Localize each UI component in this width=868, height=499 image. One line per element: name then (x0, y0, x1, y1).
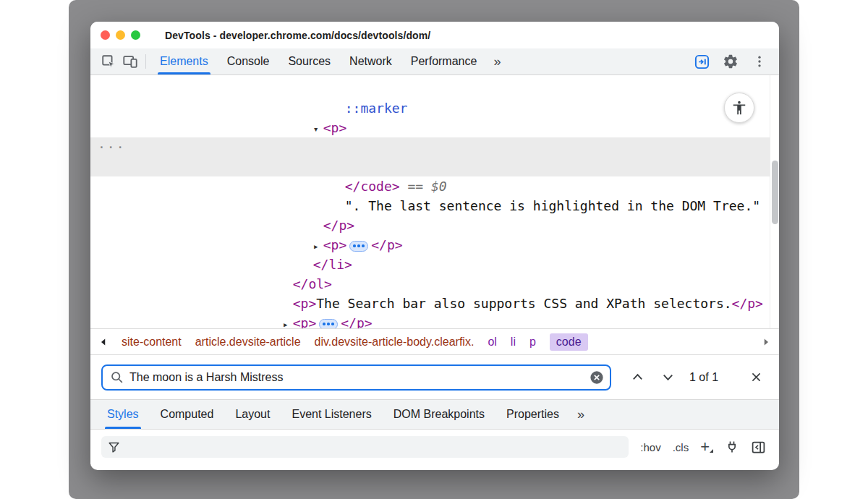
search-result-count: 1 of 1 (689, 371, 718, 384)
dom-tree-panel: ::marker ▾<p> "Type " ···<code translate… (90, 75, 779, 328)
accessibility-icon[interactable] (724, 93, 754, 123)
styles-filter-input[interactable] (126, 441, 622, 453)
sidebar-toggle-icon[interactable] (751, 440, 766, 455)
breadcrumb-item-selected[interactable]: code (550, 333, 588, 351)
tab-layout[interactable]: Layout (224, 400, 281, 429)
more-tabs-icon[interactable]: » (486, 48, 508, 74)
dock-side-icon[interactable] (691, 51, 712, 72)
zoom-window-button[interactable] (131, 30, 140, 40)
styles-filter-bar: :hov .cls + (90, 430, 779, 464)
more-options-kebab-icon[interactable] (749, 51, 770, 72)
breadcrumb-item[interactable]: site-content (122, 336, 182, 349)
toolbar-divider (145, 54, 146, 69)
dom-row-li-close[interactable]: </li> (90, 235, 779, 255)
tab-computed[interactable]: Computed (150, 400, 225, 429)
dom-row-p-search[interactable]: <p>The Search bar also supports CSS and … (90, 274, 779, 294)
tab-console[interactable]: Console (218, 48, 279, 74)
breadcrumb-item[interactable]: p (529, 336, 536, 349)
window-title: DevTools - developer.chrome.com/docs/dev… (165, 30, 430, 41)
plug-icon[interactable] (725, 440, 739, 454)
tab-event-listeners[interactable]: Event Listeners (281, 400, 382, 429)
device-toolbar-icon[interactable] (119, 51, 141, 72)
tab-elements[interactable]: Elements (150, 48, 218, 74)
tab-network[interactable]: Network (340, 48, 401, 74)
dom-row-ol-close[interactable]: </ol> (90, 255, 779, 274)
tab-styles[interactable]: Styles (96, 400, 150, 429)
breadcrumb-item[interactable]: ol (488, 336, 496, 349)
sidebar-tabs: Styles Computed Layout Event Listeners D… (90, 399, 779, 430)
dom-row-p-collapsed-1[interactable]: ▸<p></p> (90, 216, 779, 235)
overflow-dots-icon[interactable]: ··· (98, 137, 126, 157)
titlebar: DevTools - developer.chrome.com/docs/dev… (90, 22, 779, 48)
devtools-window: DevTools - developer.chrome.com/docs/dev… (90, 22, 779, 470)
tab-properties[interactable]: Properties (495, 400, 570, 429)
breadcrumb-scroll-right-icon[interactable] (762, 338, 770, 346)
dom-scrollbar-track[interactable] (770, 75, 779, 328)
more-sidebar-tabs-icon[interactable]: » (570, 400, 592, 429)
minimize-window-button[interactable] (116, 30, 125, 40)
filter-funnel-icon (108, 441, 120, 453)
close-window-button[interactable] (101, 30, 110, 40)
breadcrumb-scroll-left-icon[interactable] (99, 338, 108, 346)
tab-dom-breakpoints[interactable]: DOM Breakpoints (383, 400, 495, 429)
panel-tabs: Elements Console Sources Network Perform… (150, 48, 508, 74)
styles-filter-field[interactable] (101, 436, 629, 458)
settings-gear-icon[interactable] (720, 51, 741, 72)
next-result-icon[interactable] (658, 367, 678, 388)
dom-search-input[interactable] (129, 371, 584, 384)
dom-row-code-selected[interactable]: ···<code translate="no" dir="ltr">The Mo… (90, 137, 779, 157)
dom-row-text-sentence[interactable]: ". The last sentence is highlighted in t… (90, 176, 779, 196)
new-style-rule-button[interactable]: + (700, 440, 713, 454)
window-controls (90, 30, 140, 40)
dom-row-p-open[interactable]: ▾<p> (90, 98, 779, 118)
search-icon (110, 370, 124, 384)
breadcrumb-item[interactable]: div.devsite-article-body.clearfix. (315, 336, 475, 349)
dom-row-marker[interactable]: ::marker (90, 79, 779, 98)
clear-search-icon[interactable] (590, 370, 604, 385)
dom-scrollbar-thumb[interactable] (772, 161, 778, 224)
dom-row-code-close[interactable]: </code> == $0 (90, 157, 779, 176)
search-bar: 1 of 1 (90, 354, 779, 399)
tab-performance[interactable]: Performance (401, 48, 487, 74)
toggle-element-state-button[interactable]: :hov (640, 441, 660, 453)
close-search-icon[interactable] (746, 367, 766, 388)
dom-row-p-close[interactable]: </p> (90, 196, 779, 216)
breadcrumb: site-content article.devsite-article div… (90, 328, 779, 354)
dom-row-p-collapsed-2[interactable]: ▸<p></p> (90, 294, 779, 313)
main-toolbar: Elements Console Sources Network Perform… (90, 48, 779, 75)
search-box[interactable] (101, 364, 611, 391)
previous-result-icon[interactable] (627, 367, 647, 388)
tab-sources[interactable]: Sources (278, 48, 340, 74)
inspect-element-icon[interactable] (98, 51, 119, 72)
element-classes-button[interactable]: .cls (673, 441, 689, 453)
dom-row-text-type[interactable]: "Type " (90, 118, 779, 137)
dom-row-p-collapsed-3[interactable]: ▸<p></p> (90, 313, 779, 328)
toolbar-right-actions (691, 51, 779, 72)
gray-backdrop: DevTools - developer.chrome.com/docs/dev… (69, 0, 799, 499)
breadcrumb-item[interactable]: li (511, 336, 516, 349)
breadcrumb-item[interactable]: article.devsite-article (195, 336, 301, 349)
